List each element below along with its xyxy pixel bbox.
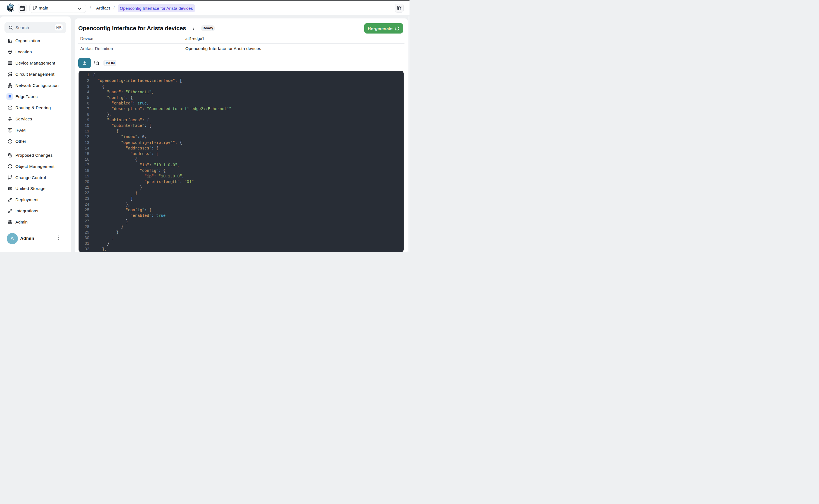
svg-text:IP: IP (9, 129, 11, 130)
